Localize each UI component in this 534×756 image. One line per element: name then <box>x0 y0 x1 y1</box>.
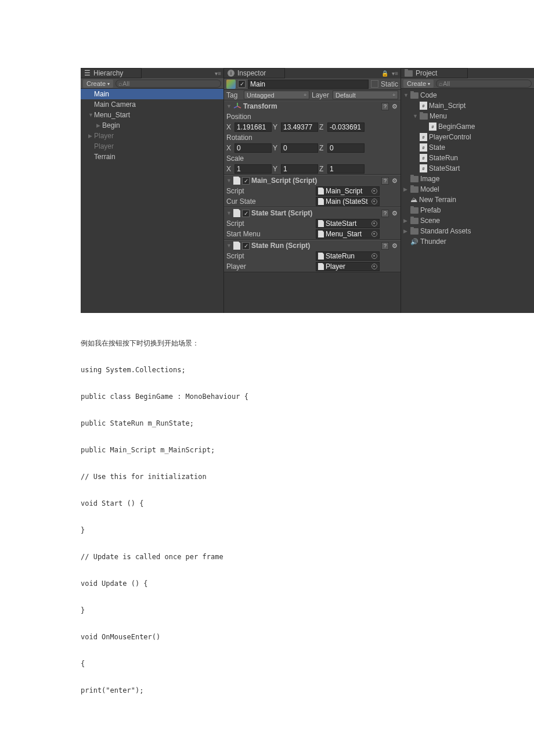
project-item[interactable]: ▶Standard Assets <box>401 226 534 236</box>
active-checkbox[interactable]: ✓ <box>238 80 246 88</box>
component-header[interactable]: ▼✓State Run (Script)?⚙ <box>224 240 400 251</box>
object-picker-icon[interactable] <box>371 264 377 269</box>
project-item[interactable]: #StateStart <box>401 163 534 174</box>
object-picker-icon[interactable] <box>371 188 377 194</box>
object-picker-icon[interactable] <box>371 231 377 237</box>
tag-dropdown[interactable]: Untagged÷ <box>244 91 309 99</box>
project-item[interactable]: ▼Code <box>401 90 534 100</box>
project-item[interactable]: 🔊Thunder <box>401 236 534 247</box>
folder-icon <box>410 92 418 99</box>
pos-y-field[interactable]: 13.49377 <box>281 123 318 132</box>
panel-menu-icon[interactable]: ▾≡ <box>215 70 221 77</box>
project-item[interactable]: #Main_Script <box>401 100 534 111</box>
help-icon[interactable]: ? <box>381 103 389 110</box>
scl-z-field[interactable]: 1 <box>327 164 365 174</box>
project-item[interactable]: ⛰New Terrain <box>401 195 534 205</box>
gear-icon[interactable]: ⚙ <box>391 177 398 185</box>
object-field[interactable]: Main_Script <box>316 186 380 196</box>
object-picker-icon[interactable] <box>371 221 377 226</box>
project-tab[interactable]: Project <box>401 68 468 78</box>
create-label: Create <box>86 80 106 87</box>
object-field[interactable]: Player <box>316 262 380 271</box>
project-item[interactable]: #State <box>401 142 534 153</box>
project-item-label: Image <box>420 175 439 183</box>
search-input[interactable]: ⌕ All <box>116 80 221 88</box>
hierarchy-toolbar: Create ▾ ⌕ All <box>81 78 223 89</box>
property-row: Cur StateMain (StateSt <box>224 196 400 207</box>
pos-z-field[interactable]: -0.033691 <box>327 123 365 132</box>
pos-x-field[interactable]: 1.191681 <box>234 123 272 132</box>
lock-icon[interactable]: 🔒 <box>381 70 388 77</box>
search-placeholder: All <box>443 80 450 87</box>
search-icon: ⌕ <box>439 80 443 87</box>
help-icon[interactable]: ? <box>381 242 389 250</box>
panel-menu-icon[interactable]: ▾≡ <box>392 70 398 77</box>
transform-header[interactable]: ▼ Transform ? ⚙ <box>224 101 400 111</box>
unity-editor: ☰ Hierarchy ▾≡ Create ▾ ⌕ All MainMain C… <box>81 68 534 313</box>
property-label: Script <box>226 219 313 228</box>
enable-checkbox[interactable]: ✓ <box>242 242 250 250</box>
layer-dropdown[interactable]: Default÷ <box>333 91 398 99</box>
hierarchy-item[interactable]: Main Camera <box>81 99 223 110</box>
project-item[interactable]: Image <box>401 174 534 184</box>
project-item[interactable]: #BeginGame <box>401 121 534 132</box>
property-label: Start Menu <box>226 230 313 238</box>
chevron-down-icon: ▼ <box>226 103 232 109</box>
gear-icon[interactable]: ⚙ <box>391 103 398 110</box>
inspector-tab[interactable]: i Inspector <box>224 68 285 78</box>
enable-checkbox[interactable]: ✓ <box>242 177 250 185</box>
search-input[interactable]: ⌕ All <box>436 80 532 88</box>
project-item-label: Code <box>420 91 437 99</box>
object-field[interactable]: StateStart <box>316 219 380 228</box>
hierarchy-item[interactable]: ▶Player <box>81 131 223 141</box>
project-item[interactable]: ▼Menu <box>401 111 534 121</box>
hierarchy-tab[interactable]: ☰ Hierarchy <box>81 68 142 78</box>
article-body: 例如我在按钮按下时切换到开始场景：using System.Collection… <box>0 313 534 756</box>
object-value: Player <box>326 262 345 271</box>
project-item[interactable]: ▶Model <box>401 184 534 195</box>
create-button[interactable]: Create ▾ <box>403 80 434 88</box>
project-item[interactable]: #PlayerControl <box>401 132 534 142</box>
hierarchy-tree: MainMain Camera▼Menu_Start▶Begin▶PlayerP… <box>81 89 223 313</box>
hierarchy-item[interactable]: ▶Begin <box>81 120 223 131</box>
object-picker-icon[interactable] <box>371 199 377 204</box>
script-icon <box>318 253 324 260</box>
project-panel: Project Create ▾ ⌕ All ▼Code#Main_Script… <box>401 68 534 313</box>
project-item[interactable]: ▶Scene <box>401 215 534 226</box>
svg-line-1 <box>237 106 241 108</box>
help-icon[interactable]: ? <box>381 177 389 185</box>
hierarchy-item[interactable]: Main <box>81 89 223 99</box>
name-field[interactable]: Main <box>248 80 369 89</box>
project-item-label: Scene <box>420 217 440 225</box>
position-label: Position <box>226 113 251 121</box>
hierarchy-item[interactable]: ▼Menu_Start <box>81 110 223 120</box>
object-picker-icon[interactable] <box>371 253 377 259</box>
gear-icon[interactable]: ⚙ <box>391 242 398 250</box>
scl-y-field[interactable]: 1 <box>281 164 318 174</box>
property-row: ScriptStateRun <box>224 251 400 261</box>
static-checkbox[interactable] <box>371 80 378 88</box>
gear-icon[interactable]: ⚙ <box>391 210 398 217</box>
project-tree: ▼Code#Main_Script▼Menu#BeginGame#PlayerC… <box>401 89 534 313</box>
rot-y-field[interactable]: 0 <box>281 143 318 153</box>
folder-icon <box>410 186 418 193</box>
hierarchy-item[interactable]: Terrain <box>81 152 223 162</box>
hierarchy-item[interactable]: Player <box>81 141 223 152</box>
create-button[interactable]: Create ▾ <box>83 80 113 88</box>
component-header[interactable]: ▼✓State Start (Script)?⚙ <box>224 208 400 218</box>
code-line: public class BeginGame : MonoBehaviour { <box>81 390 453 404</box>
z-label: Z <box>319 123 326 131</box>
project-item[interactable]: #StateRun <box>401 153 534 163</box>
inspector-tab-label: Inspector <box>237 69 266 77</box>
project-item[interactable]: Prefab <box>401 205 534 215</box>
csharp-icon: # <box>420 154 427 162</box>
scl-x-field[interactable]: 1 <box>234 164 272 174</box>
enable-checkbox[interactable]: ✓ <box>242 210 250 217</box>
help-icon[interactable]: ? <box>381 210 389 217</box>
object-field[interactable]: Menu_Start <box>316 229 380 239</box>
object-field[interactable]: Main (StateSt <box>316 197 380 206</box>
object-field[interactable]: StateRun <box>316 251 380 261</box>
rot-z-field[interactable]: 0 <box>327 143 365 153</box>
rot-x-field[interactable]: 0 <box>234 143 272 153</box>
component-header[interactable]: ▼✓Main_Script (Script)?⚙ <box>224 175 400 186</box>
